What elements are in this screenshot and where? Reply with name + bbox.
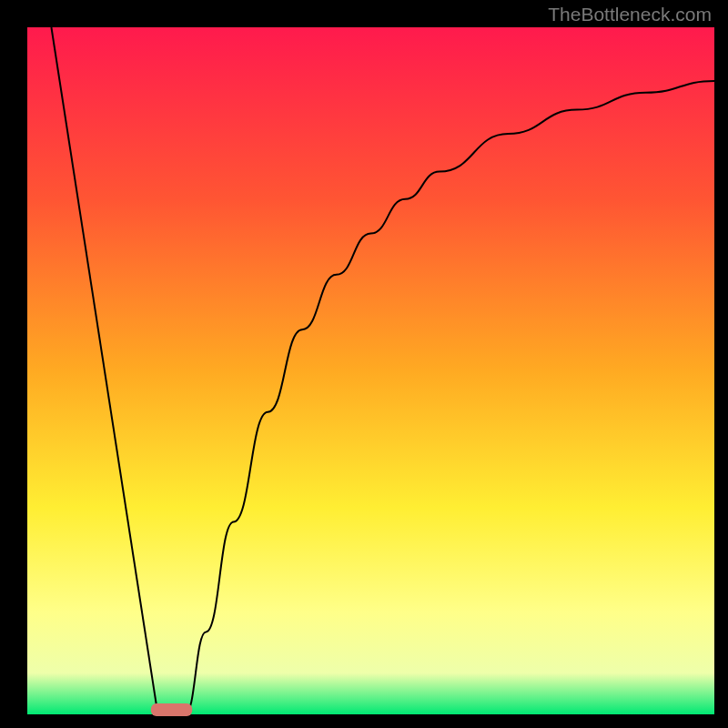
- plot-area: [27, 27, 714, 714]
- chart-svg: [0, 0, 728, 728]
- watermark-text: TheBottleneck.com: [548, 4, 712, 25]
- minimum-marker: [151, 703, 192, 716]
- bottleneck-chart: [0, 0, 728, 728]
